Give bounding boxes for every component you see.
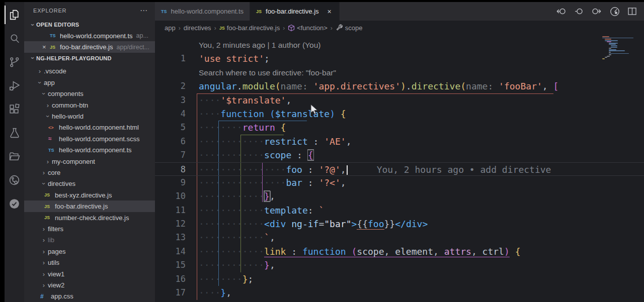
split-editor-icon[interactable] [627, 7, 637, 16]
line-number: 11 [155, 204, 199, 217]
token: ············ [199, 136, 264, 147]
timeline-icon[interactable] [609, 6, 620, 17]
tree-item-number-check-directive-js[interactable]: JSnumber-check.directive.js [24, 212, 155, 223]
code-line-16[interactable]: 16········}; [155, 272, 644, 286]
js-file-icon: JS [44, 192, 54, 197]
code-line-4[interactable]: 4····function ($translate) { [155, 107, 644, 121]
test-beaker-icon[interactable] [5, 121, 24, 145]
token: : [302, 164, 319, 175]
more-actions-icon[interactable]: ⋯ [140, 6, 148, 15]
chevron-right-icon: › [44, 102, 51, 109]
tree-item-core[interactable]: ›core [24, 167, 155, 178]
breadcrumb-file[interactable]: JS foo-bar.directive.js [219, 24, 280, 32]
minimap[interactable] [602, 36, 640, 60]
code-line-5[interactable]: 5········return { [155, 121, 644, 134]
tree-item-label: components [48, 90, 84, 97]
tree-item-label: filters [48, 225, 63, 233]
code-editor[interactable]: You, 2 minutes ago | 1 author (You)1'use… [155, 35, 644, 302]
open-editors-header[interactable]: › OPEN EDITORS [24, 19, 155, 30]
token: : [302, 177, 319, 188]
extensions-icon[interactable] [5, 97, 24, 121]
tree-item-my-component[interactable]: ›my-component [24, 156, 155, 167]
tree-item-hello-world[interactable]: ›hello-world [24, 111, 155, 122]
tree-item-best-xyz-directive-js[interactable]: JSbest-xyz.directive.js [24, 189, 155, 200]
breadcrumb-scope[interactable]: scope [336, 24, 363, 32]
open-editor-item[interactable]: TShello-world.component.tsap... [24, 30, 155, 41]
explorer-sidebar: EXPLORER ⋯ › OPEN EDITORS TShello-world.… [24, 2, 155, 302]
tree-item-app[interactable]: ›app [24, 77, 155, 88]
codelens[interactable]: Search where to use directive: "foo-bar" [155, 66, 644, 79]
code-line-15[interactable]: 15············}, [155, 258, 644, 272]
tree-item-utils[interactable]: ›utils [24, 257, 155, 268]
token: : [286, 246, 302, 257]
code-line-3[interactable]: 3····'$translate', [155, 93, 644, 107]
token: directive [412, 81, 461, 91]
code-line-14[interactable]: 14············link : function (scope, el… [155, 245, 644, 258]
code-line-2[interactable]: 2angular.module(name: 'app.directives').… [155, 79, 644, 93]
tree-item-label: common-btn [52, 102, 88, 109]
token: function [220, 109, 264, 119]
tree-item-app-css[interactable]: #app.css [24, 291, 155, 302]
code-line-11[interactable]: 11············template: ` [155, 204, 644, 217]
code-line-9[interactable]: 9················bar : '?<', [155, 176, 644, 189]
tree-item-directives[interactable]: ›directives [24, 178, 155, 189]
code-text: ············<div ng-if="bar">{{foo}}</di… [199, 217, 428, 231]
run-debug-icon[interactable] [5, 74, 24, 97]
nav-back-icon[interactable] [556, 7, 567, 16]
breadcrumb-app[interactable]: app [165, 24, 176, 32]
tree-item-label: view1 [48, 270, 64, 278]
tree-item-hello-world-component-scss[interactable]: ≈hello-world.component.scss [24, 133, 155, 144]
folder-icon[interactable] [5, 145, 24, 168]
tree-item-pages[interactable]: ›pages [24, 246, 155, 257]
token: ( [460, 81, 466, 91]
line-number: 6 [155, 135, 199, 148]
tree-item-hello-world-component-ts[interactable]: TShello-world.component.ts [24, 145, 155, 156]
open-editor-item[interactable]: ×JSfoo-bar.directive.jsapp/direct... [24, 41, 155, 52]
git-graph-icon[interactable] [5, 168, 24, 192]
open-editor-label: foo-bar.directive.js [60, 43, 113, 51]
nav-current-icon[interactable] [574, 7, 584, 16]
tab-hello-world-component-ts[interactable]: TS hello-world.component.ts [155, 2, 250, 21]
nav-forward-icon[interactable] [591, 7, 602, 16]
code-line-7[interactable]: 7············scope : { [155, 148, 644, 162]
code-line-12[interactable]: 12············<div ng-if="bar">{{foo}}</… [155, 217, 644, 231]
tree-item-hello-world-component-html[interactable]: <>hello-world.component.html [24, 122, 155, 133]
code-line-18[interactable]: 18]); [155, 299, 644, 302]
code-text: ········return { [199, 121, 286, 134]
code-text: ············scope : { [199, 148, 313, 162]
search-icon[interactable] [5, 27, 24, 50]
tree-item-lib[interactable]: ›lib [24, 235, 155, 246]
token: ············ [199, 246, 264, 257]
close-icon[interactable]: × [42, 43, 50, 51]
project-root-header[interactable]: › NG-HELPER-PLAYGROUND [24, 53, 155, 64]
code-text: ········}; [199, 272, 253, 286]
code-text: 'use strict'; [199, 52, 270, 65]
code-line-10[interactable]: 10············}, [155, 189, 644, 203]
code-line-13[interactable]: 13············`, [155, 231, 644, 244]
token: , [286, 95, 291, 106]
tree-item--vscode[interactable]: ›.vscode [24, 66, 155, 77]
tree-item-components[interactable]: ›components [24, 88, 155, 99]
tree-item-view2[interactable]: ›view2 [24, 279, 155, 290]
codelens[interactable]: You, 2 minutes ago | 1 author (You) [155, 38, 644, 52]
source-control-icon[interactable] [5, 50, 24, 74]
check-circle-icon[interactable] [5, 192, 24, 216]
line-number: 5 [155, 121, 199, 134]
code-line-17[interactable]: 17····}, [155, 286, 644, 299]
tree-item-view1[interactable]: ›view1 [24, 268, 155, 279]
tree-item-filters[interactable]: ›filters [24, 223, 155, 234]
line-number: 1 [155, 52, 199, 65]
code-line-6[interactable]: 6············restrict : 'AE', [155, 135, 644, 148]
tree-item-common-btn[interactable]: ›common-btn [24, 99, 155, 111]
code-line-8[interactable]: 8················foo : '?@',You, 2 hours… [155, 162, 644, 176]
tab-foo-bar-directive-js[interactable]: JS foo-bar.directive.js × [250, 2, 340, 21]
line-number: 12 [155, 217, 199, 231]
breadcrumb-directives[interactable]: directives [184, 24, 211, 32]
tree-item-label: my-component [52, 158, 95, 165]
breadcrumb-function[interactable]: <function> [288, 24, 328, 32]
code-line-1[interactable]: 1'use strict'; [155, 52, 644, 65]
tree-item-foo-bar-directive-js[interactable]: JSfoo-bar.directive.js [24, 200, 155, 212]
close-icon[interactable]: × [326, 8, 333, 16]
explorer-icon[interactable] [5, 3, 24, 27]
line-number: 9 [155, 176, 199, 189]
